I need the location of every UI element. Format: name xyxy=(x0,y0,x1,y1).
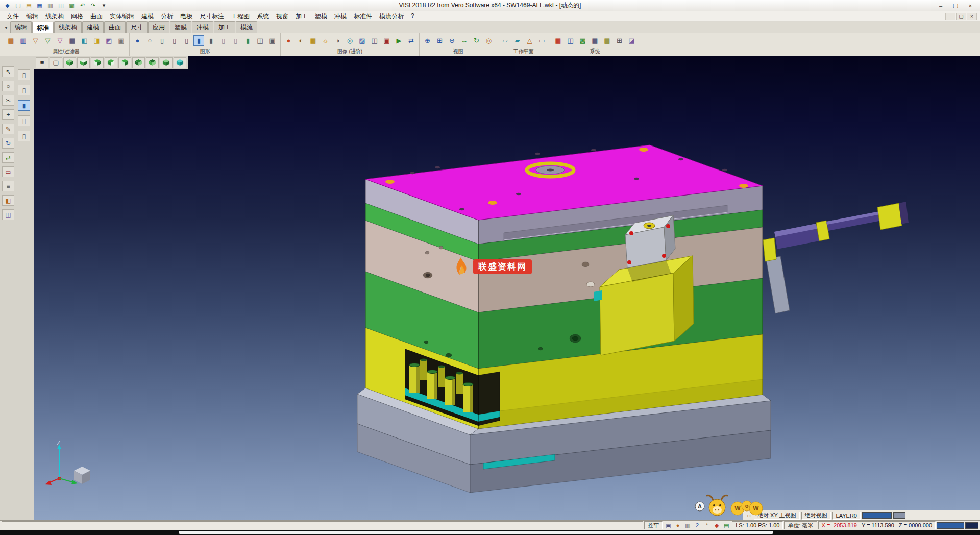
layer-visibility-icon[interactable]: ▦ xyxy=(67,35,78,46)
element-visibility-icon[interactable]: ▯ xyxy=(18,69,30,80)
tab-4[interactable]: 曲面 xyxy=(104,21,126,33)
active-color-swatch[interactable] xyxy=(937,522,964,529)
reflections-icon[interactable]: ◎ xyxy=(345,35,355,46)
shadows-icon[interactable]: ◑ xyxy=(332,35,343,46)
shaded-view-icon[interactable]: ▮ xyxy=(193,35,204,46)
wireframe-view-icon[interactable]: ▯ xyxy=(157,35,167,46)
erase-icon[interactable]: ▭ xyxy=(2,166,14,177)
menu-item-11[interactable]: 系统 xyxy=(253,11,273,22)
sketch-pencil-icon[interactable]: ✎ xyxy=(2,124,14,134)
menu-item-15[interactable]: 冲模 xyxy=(331,11,350,22)
status-lock-toggle[interactable]: 拴牢 xyxy=(644,521,663,529)
snapshot-status-icon[interactable]: ▣ xyxy=(664,521,673,529)
mold-hydraulic-cylinder[interactable] xyxy=(763,202,909,313)
menu-item-8[interactable]: 电极 xyxy=(177,11,196,22)
mold-3d-model[interactable] xyxy=(34,56,979,520)
save-icon[interactable]: ▦ xyxy=(35,1,44,10)
tab-0[interactable]: 编辑 xyxy=(10,21,32,33)
camera-icon[interactable]: ◫ xyxy=(369,35,380,46)
element-ghost-icon[interactable]: ▯ xyxy=(18,115,30,126)
compare-icon[interactable]: ⇄ xyxy=(406,35,416,46)
top-view-icon[interactable] xyxy=(77,57,90,68)
workplane-3-points-icon[interactable]: △ xyxy=(524,35,535,46)
paint-bucket-icon[interactable]: ◧ xyxy=(2,195,14,206)
maximize-button[interactable]: ▢ xyxy=(948,1,963,10)
left-view-icon[interactable] xyxy=(118,57,131,68)
menu-item-3[interactable]: 网格 xyxy=(67,11,87,22)
render-mode-icon[interactable]: ● xyxy=(673,521,682,529)
menu-item-6[interactable]: 建模 xyxy=(138,11,157,22)
print-status-icon[interactable]: ▥ xyxy=(683,521,692,529)
quick-access-dropdown-icon[interactable]: ▾ xyxy=(99,1,109,10)
render-icon[interactable]: ● xyxy=(283,35,294,46)
mold-cylinder-mount[interactable] xyxy=(625,215,675,282)
trim-scissors-icon[interactable]: ✂ xyxy=(2,95,14,106)
workplane-standard-icon[interactable]: ▱ xyxy=(500,35,510,46)
draft-analysis-icon[interactable]: ▮ xyxy=(242,35,253,46)
axonometric-view-icon[interactable] xyxy=(160,57,173,68)
section-display-icon[interactable]: ◫ xyxy=(255,35,265,46)
reset-filters-icon[interactable]: ▣ xyxy=(116,35,127,46)
refresh-view-icon[interactable]: ◎ xyxy=(483,35,494,46)
menu-item-2[interactable]: 线架构 xyxy=(42,11,67,22)
minimize-button[interactable]: – xyxy=(934,1,948,10)
tab-1[interactable]: 标准 xyxy=(32,22,54,33)
close-button[interactable]: × xyxy=(963,1,977,10)
menu-item-5[interactable]: 实体编辑 xyxy=(106,11,138,22)
menu-item-16[interactable]: 标准件 xyxy=(350,11,376,22)
background-icon[interactable]: ▨ xyxy=(357,35,368,46)
view-manager-icon[interactable]: ▩ xyxy=(67,1,77,10)
mdi-close-button[interactable]: × xyxy=(967,13,977,20)
select-arrow-icon[interactable]: ↖ xyxy=(2,66,14,77)
back-view-icon[interactable] xyxy=(132,57,145,68)
menu-item-10[interactable]: 工程图 xyxy=(228,11,253,22)
snap-settings-icon[interactable]: ▩ xyxy=(577,35,588,46)
blank-view-icon[interactable]: ▢ xyxy=(50,57,62,68)
attribute-copy-icon[interactable]: ▥ xyxy=(18,35,29,46)
tab-8[interactable]: 冲模 xyxy=(192,21,213,33)
calculator-icon[interactable]: ⊞ xyxy=(614,35,625,46)
print-icon[interactable]: ▥ xyxy=(45,1,55,10)
tab-6[interactable]: 应用 xyxy=(148,21,169,33)
right-view-icon[interactable] xyxy=(105,57,117,68)
view-secondary-swatch[interactable] xyxy=(893,512,905,519)
hidden-line-view-icon[interactable]: ▯ xyxy=(169,35,180,46)
bottom-view-icon[interactable] xyxy=(146,57,159,68)
element-shaded-icon[interactable]: ▮ xyxy=(18,100,30,111)
grid-icon[interactable]: ▦ xyxy=(590,35,600,46)
monitor-icon[interactable]: ◫ xyxy=(565,35,576,46)
animation-icon[interactable]: ▶ xyxy=(394,35,404,46)
iso-view-icon[interactable] xyxy=(63,57,76,68)
zoom-all-icon[interactable]: ⊕ xyxy=(422,35,433,46)
menu-item-17[interactable]: 模流分析 xyxy=(376,11,407,22)
dynamic-hidden-line-icon[interactable]: ▯ xyxy=(181,35,192,46)
app-logo-icon[interactable]: ◆ xyxy=(3,1,12,10)
user-view-icon[interactable] xyxy=(174,57,186,68)
view-color-swatch[interactable] xyxy=(862,512,892,519)
taskbar-window-segment[interactable] xyxy=(179,531,773,534)
redo-icon[interactable]: ↷ xyxy=(88,1,98,10)
menu-item-7[interactable]: 分析 xyxy=(157,11,177,22)
status-layer-name[interactable]: LAYER0 xyxy=(832,512,861,520)
menu-item-13[interactable]: 加工 xyxy=(292,11,311,22)
stamp-icon[interactable]: ◫ xyxy=(2,209,14,220)
menu-item-4[interactable]: 曲面 xyxy=(87,11,106,22)
rotate-view-icon[interactable]: ↻ xyxy=(471,35,482,46)
tab-3[interactable]: 建模 xyxy=(82,21,104,33)
render-settings-icon[interactable]: ▣ xyxy=(267,35,278,46)
element-blank-icon[interactable]: ▯ xyxy=(18,85,30,95)
viewport-3d[interactable]: ≡▢ 联盛资料网 Z xyxy=(34,56,980,520)
zoom-dynamic-icon[interactable]: ○ xyxy=(2,81,14,91)
print-preview-icon[interactable]: ◫ xyxy=(56,1,66,10)
material-cube-icon[interactable]: ◆ xyxy=(712,521,721,529)
mirror-icon[interactable]: ⇄ xyxy=(2,152,14,163)
crosshair-icon[interactable]: + xyxy=(2,109,14,120)
tab-5[interactable]: 尺寸 xyxy=(126,21,148,33)
attribute-paint-icon[interactable]: ▤ xyxy=(6,35,16,46)
rotate-element-icon[interactable]: ↻ xyxy=(2,138,14,149)
xray-view-icon[interactable]: ▯ xyxy=(230,35,241,46)
zoom-window-icon[interactable]: ⊞ xyxy=(434,35,445,46)
shaded-edges-icon[interactable]: ▮ xyxy=(206,35,216,46)
view-list-icon[interactable]: ≡ xyxy=(36,57,48,68)
mask-icon[interactable]: ◧ xyxy=(79,35,90,46)
